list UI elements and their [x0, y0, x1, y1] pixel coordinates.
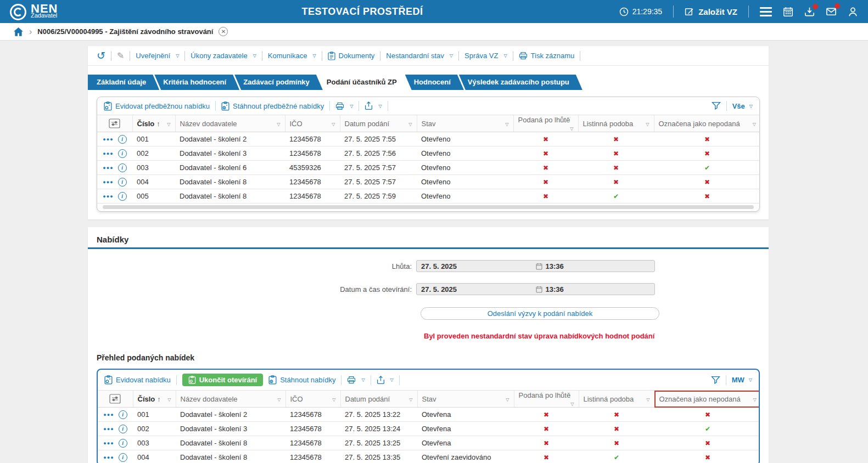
- clipboard-gear-icon: [104, 101, 112, 111]
- cross-icon: ✖: [654, 436, 760, 450]
- row-menu-icon[interactable]: ●●●: [103, 165, 113, 171]
- table-row[interactable]: ●●●i003Dodavatel - školení 81234567827. …: [98, 436, 760, 450]
- menu-uverejneni[interactable]: Uveřejnění: [136, 52, 179, 60]
- stahnout-nabidky-button[interactable]: Stáhnout nabídky: [268, 375, 335, 385]
- refresh-icon[interactable]: ↺: [97, 50, 105, 61]
- info-icon[interactable]: i: [119, 453, 127, 462]
- column-header[interactable]: Označena jako nepodaná: [654, 115, 760, 132]
- info-icon[interactable]: i: [118, 163, 127, 172]
- oteviranni-datetime-field[interactable]: 27. 5. 2025 13:36: [416, 283, 655, 295]
- evidovat-predbeznou-nabidku-button[interactable]: Evidovat předběžnou nabídku: [104, 101, 210, 111]
- column-settings-icon[interactable]: [97, 115, 132, 132]
- column-header[interactable]: Číslo: [133, 391, 176, 408]
- cross-icon: ✖: [513, 132, 578, 146]
- filter-icon[interactable]: [712, 101, 721, 110]
- row-menu-icon[interactable]: ●●●: [103, 412, 114, 417]
- column-header[interactable]: Číslo: [132, 115, 175, 132]
- tab-vysledek-zadavaciho-postupu[interactable]: Výsledek zadávacího postupu: [459, 75, 583, 90]
- menu-nestandardni-stav[interactable]: Nestandardní stav: [386, 52, 453, 60]
- tab-hodnoceni[interactable]: Hodnocení: [405, 75, 464, 90]
- table-row[interactable]: ●●●i004Dodavatel - školení 81234567827. …: [97, 175, 760, 189]
- row-menu-icon[interactable]: ●●●: [103, 151, 113, 156]
- cell-datum: 27. 5. 2025 7:59: [340, 189, 417, 204]
- column-header[interactable]: IČO: [285, 115, 340, 132]
- column-header[interactable]: Podaná po lhůtě: [514, 391, 579, 408]
- edit-record-icon[interactable]: ✎: [117, 50, 124, 61]
- table-row[interactable]: ●●●i001Dodavatel - školení 21234567827. …: [97, 132, 760, 146]
- export-grid-button[interactable]: [377, 376, 394, 385]
- row-menu-icon[interactable]: ●●●: [103, 137, 113, 142]
- lhuta-datetime-field[interactable]: 27. 5. 2025 13:36: [416, 260, 655, 272]
- table-row[interactable]: ●●●i004Dodavatel - školení 81234567827. …: [98, 450, 760, 463]
- mail-icon[interactable]: [826, 6, 837, 17]
- info-icon[interactable]: i: [119, 425, 127, 433]
- table-row[interactable]: ●●●i002Dodavatel - školení 31234567827. …: [98, 422, 760, 436]
- table-row[interactable]: ●●●i005Dodavatel - školení 81234567827. …: [97, 189, 760, 204]
- breadcrumb-item[interactable]: N006/25/V00004995 - Zajištění závodního …: [37, 27, 213, 36]
- view-filter-mw[interactable]: MW: [732, 376, 752, 384]
- row-menu-icon[interactable]: ●●●: [103, 426, 114, 432]
- column-header[interactable]: Název dodavatele: [175, 115, 285, 132]
- row-menu-icon[interactable]: ●●●: [103, 179, 113, 185]
- print-grid-button[interactable]: [335, 102, 353, 110]
- column-header[interactable]: Datum podání: [340, 391, 417, 408]
- menu-komunikace[interactable]: Komunikace: [268, 52, 316, 60]
- column-header[interactable]: Označena jako nepodaná: [654, 391, 760, 408]
- overview-heading: Přehled podaných nabídek: [97, 353, 769, 362]
- close-record-icon[interactable]: ✕: [219, 27, 228, 36]
- table-row[interactable]: ●●●i003Dodavatel - školení 64535932627. …: [97, 161, 760, 175]
- column-header[interactable]: IČO: [285, 391, 340, 408]
- table-row[interactable]: ●●●i002Dodavatel - školení 31234567827. …: [97, 146, 760, 161]
- table-row[interactable]: ●●●i001Dodavatel - školení 21234567827. …: [98, 408, 760, 422]
- menu-tisk-zaznamu[interactable]: Tisk záznamu: [519, 52, 575, 60]
- menu-icon[interactable]: [760, 7, 772, 16]
- menu-ukony-zadavatele[interactable]: Úkony zadavatele: [191, 52, 256, 60]
- column-header[interactable]: Název dodavatele: [176, 391, 285, 408]
- column-header[interactable]: Stav: [417, 391, 514, 408]
- user-profile-icon[interactable]: [848, 7, 858, 17]
- preliminary-bids-table: ČísloNázev dodavateleIČODatum podáníStav…: [97, 115, 760, 204]
- submitted-bids-table: ČísloNázev dodavateleIČODatum podáníStav…: [98, 390, 760, 463]
- tab-kriteria-hodnoceni[interactable]: Kritéria hodnocení: [154, 75, 239, 90]
- tab-podani-ucastniku-zp[interactable]: Podání účastníků ZP: [318, 75, 410, 90]
- column-header[interactable]: Listinná podoba: [579, 391, 654, 408]
- row-menu-icon[interactable]: ●●●: [103, 441, 114, 446]
- info-icon[interactable]: i: [118, 135, 127, 144]
- menu-dokumenty[interactable]: Dokumenty: [328, 52, 375, 60]
- odeslani-vyzvy-button[interactable]: Odeslání výzvy k podání nabídek: [421, 307, 659, 320]
- info-icon[interactable]: i: [118, 178, 127, 187]
- column-header[interactable]: Podaná po lhůtě: [513, 115, 578, 132]
- info-icon[interactable]: i: [118, 149, 127, 158]
- column-header[interactable]: Datum podání: [340, 115, 417, 132]
- ukoncit-oteviranni-button[interactable]: Ukončit otevírání: [182, 374, 263, 386]
- notification-badge: [835, 3, 840, 9]
- row-menu-icon[interactable]: ●●●: [103, 455, 114, 460]
- print-grid-button[interactable]: [347, 376, 365, 384]
- nen-logo[interactable]: NEN Zadavatel: [10, 3, 58, 20]
- info-icon[interactable]: i: [119, 439, 127, 448]
- cell-cislo: 003: [132, 161, 175, 175]
- preliminary-bids-grid: Evidovat předběžnou nabídku Stáhnout pře…: [97, 97, 760, 212]
- create-vz-button[interactable]: Založit VZ: [685, 7, 737, 16]
- home-icon[interactable]: [13, 27, 24, 37]
- cross-icon: ✖: [579, 436, 654, 450]
- column-header[interactable]: Listinná podoba: [578, 115, 654, 132]
- info-icon[interactable]: i: [118, 192, 127, 201]
- view-filter-vse[interactable]: Vše: [732, 102, 753, 110]
- stahnout-predbezne-nabidky-button[interactable]: Stáhnout předběžné nabídky: [221, 101, 324, 111]
- filter-icon[interactable]: [711, 376, 720, 385]
- menu-sprava-vz[interactable]: Správa VZ: [464, 52, 507, 60]
- column-settings-icon[interactable]: [98, 391, 133, 408]
- environment-title: TESTOVACÍ PROSTŘEDÍ: [302, 6, 423, 18]
- column-header[interactable]: Stav: [417, 115, 513, 132]
- info-icon[interactable]: i: [119, 410, 127, 419]
- downloads-icon[interactable]: [804, 7, 815, 17]
- export-grid-button[interactable]: [365, 101, 382, 110]
- horizontal-scrollbar[interactable]: [103, 205, 754, 209]
- calendar-icon[interactable]: [783, 7, 793, 17]
- row-menu-icon[interactable]: ●●●: [103, 194, 113, 199]
- tab-zadavaci-podminky[interactable]: Zadávací podmínky: [234, 75, 323, 90]
- cross-icon: ✖: [514, 422, 579, 436]
- tab-zakladni-udaje[interactable]: Základní údaje: [88, 75, 159, 90]
- evidovat-nabidku-button[interactable]: Evidovat nabídku: [104, 375, 171, 385]
